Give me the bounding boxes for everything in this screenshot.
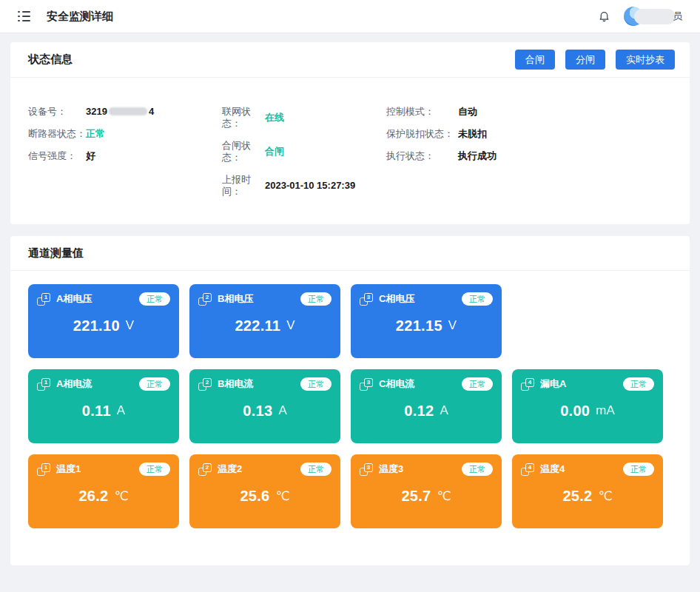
status-badge: 正常	[300, 462, 332, 476]
tile-title: 温度4	[540, 462, 565, 476]
status-card-header: 状态信息 合闸 分闸 实时抄表	[10, 42, 690, 78]
tile-title: C相电压	[379, 292, 414, 306]
channel-tiles: 1A相电压正常 221.10V 2B相电压正常 222.11V 3C相电压正常 …	[10, 271, 690, 565]
field-network-status: 联网状态： 在线	[222, 106, 386, 130]
tile-temperature-2: 2温度2正常 25.6℃	[189, 454, 340, 528]
tile-title: B相电压	[218, 292, 253, 306]
redacted-device-number	[109, 107, 147, 115]
status-info-card: 状态信息 合闸 分闸 实时抄表 设备号： 32194 断路器状态： 正常	[10, 42, 690, 224]
tile-phase-c-current: 3C相电流正常 0.12A	[351, 369, 502, 443]
tile-value: 0.11A	[37, 391, 170, 435]
status-badge: 正常	[139, 462, 170, 476]
channel-measurements-card: 通道测量值 1A相电压正常 221.10V 2B相电压正常 222.11V 3C…	[10, 236, 690, 565]
tile-value: 221.10V	[37, 306, 170, 350]
channel-number-icon: 2	[198, 378, 212, 391]
channel-number-icon: 3	[360, 463, 373, 476]
channel-number-icon: 1	[37, 463, 50, 476]
channel-number-icon: 1	[37, 378, 50, 391]
notification-bell-icon[interactable]	[598, 10, 610, 23]
tile-value: 222.11V	[198, 306, 332, 350]
tile-phase-a-current: 1A相电流正常 0.11A	[28, 369, 179, 443]
page-title: 安全监测详细	[47, 10, 113, 24]
tile-value: 0.00mA	[521, 391, 654, 435]
page-content: 状态信息 合闸 分闸 实时抄表 设备号： 32194 断路器状态： 正常	[0, 33, 700, 565]
channel-number-icon: 1	[37, 293, 50, 306]
status-fields: 设备号： 32194 断路器状态： 正常 信号强度： 好 联网状态： 在线	[10, 78, 690, 224]
channel-number-icon: 4	[521, 463, 534, 476]
tile-title: 温度2	[218, 462, 242, 476]
status-badge: 正常	[300, 292, 332, 306]
tile-phase-c-voltage: 3C相电压正常 221.15V	[351, 284, 502, 358]
field-execution-status: 执行状态： 执行成功	[386, 150, 672, 162]
field-breaker-status: 断路器状态： 正常	[28, 128, 222, 140]
status-badge: 正常	[623, 377, 654, 391]
tile-value: 25.2℃	[521, 476, 654, 520]
status-card-actions: 合闸 分闸 实时抄表	[515, 50, 675, 70]
status-badge: 正常	[300, 377, 332, 391]
tile-value: 221.15V	[360, 306, 493, 350]
tile-row-temperature: 1温度1正常 26.2℃ 2温度2正常 25.6℃ 3温度3正常 25.7℃ 4…	[28, 454, 672, 528]
channel-number-icon: 2	[198, 293, 212, 306]
field-closing-status: 合闸状态： 合闸	[222, 140, 386, 164]
tile-title: 温度3	[379, 462, 403, 476]
realtime-meter-read-button[interactable]: 实时抄表	[616, 50, 675, 70]
field-protection-trip-status: 保护脱扣状态： 未脱扣	[386, 128, 672, 140]
status-badge: 正常	[462, 292, 493, 306]
field-control-mode: 控制模式： 自动	[386, 106, 672, 118]
channel-number-icon: 3	[360, 293, 373, 306]
tile-title: 温度1	[56, 462, 81, 476]
status-badge: 正常	[623, 462, 654, 476]
open-switch-button[interactable]: 分闸	[565, 50, 605, 70]
field-report-time: 上报时间： 2023-01-10 15:27:39	[222, 174, 386, 198]
field-signal-strength: 信号强度： 好	[28, 150, 222, 162]
status-badge: 正常	[139, 292, 170, 306]
tile-title: A相电流	[56, 377, 92, 391]
channel-number-icon: 3	[360, 378, 373, 391]
tile-title: C相电流	[379, 377, 414, 391]
menu-toggle-icon[interactable]	[18, 11, 30, 22]
tile-phase-a-voltage: 1A相电压正常 221.10V	[28, 284, 179, 358]
tile-temperature-3: 3温度3正常 25.7℃	[351, 454, 502, 528]
tile-title: A相电压	[56, 292, 92, 306]
tile-title: B相电流	[218, 377, 253, 391]
tile-phase-b-voltage: 2B相电压正常 222.11V	[189, 284, 340, 358]
tile-temperature-1: 1温度1正常 26.2℃	[28, 454, 179, 528]
status-badge: 正常	[139, 377, 170, 391]
close-switch-button[interactable]: 合闸	[515, 50, 555, 70]
channel-number-icon: 2	[198, 463, 212, 476]
topbar-actions: 员	[598, 7, 682, 26]
tile-row-current: 1A相电流正常 0.11A 2B相电流正常 0.13A 3C相电流正常 0.12…	[28, 369, 672, 443]
tile-value: 25.6℃	[198, 476, 332, 520]
username-suffix: 员	[673, 10, 682, 23]
status-fields-col-2: 联网状态： 在线 合闸状态： 合闸 上报时间： 2023-01-10 15:27…	[222, 106, 386, 198]
status-badge: 正常	[462, 377, 493, 391]
tile-phase-b-current: 2B相电流正常 0.13A	[189, 369, 340, 443]
tile-value: 26.2℃	[37, 476, 170, 520]
tile-title: 漏电A	[540, 377, 566, 391]
channels-card-title: 通道测量值	[28, 246, 84, 260]
channels-card-header: 通道测量值	[10, 236, 690, 271]
redacted-username	[634, 9, 676, 24]
status-fields-col-1: 设备号： 32194 断路器状态： 正常 信号强度： 好	[28, 106, 222, 198]
tile-row-voltage: 1A相电压正常 221.10V 2B相电压正常 222.11V 3C相电压正常 …	[28, 284, 672, 358]
field-device-number: 设备号： 32194	[28, 106, 222, 118]
status-badge: 正常	[462, 462, 493, 476]
status-fields-col-3: 控制模式： 自动 保护脱扣状态： 未脱扣 执行状态： 执行成功	[386, 106, 672, 198]
tile-value: 0.12A	[360, 391, 493, 435]
tile-value: 25.7℃	[360, 476, 493, 520]
tile-value: 0.13A	[198, 391, 332, 435]
tile-leakage-a: 4漏电A正常 0.00mA	[512, 369, 663, 443]
tile-temperature-4: 4温度4正常 25.2℃	[512, 454, 663, 528]
channel-number-icon: 4	[521, 378, 534, 391]
top-bar: 安全监测详细 员	[0, 0, 700, 33]
status-card-title: 状态信息	[28, 53, 73, 67]
